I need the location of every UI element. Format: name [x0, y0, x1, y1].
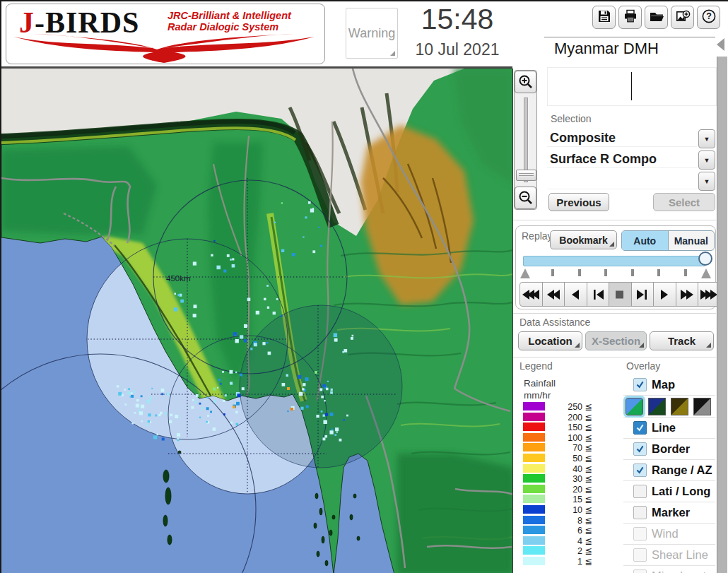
radar-map[interactable]: 450km — [1, 69, 513, 573]
rain-echo-cell — [155, 414, 157, 416]
dropdown-value[interactable] — [547, 171, 697, 189]
checkbox-checked[interactable] — [633, 378, 647, 391]
open-button[interactable] — [645, 6, 668, 29]
checkbox-disabled — [633, 527, 647, 540]
legend-color-swatch — [523, 536, 545, 545]
fast-rewind-button[interactable] — [519, 282, 543, 307]
map-style-black-gray[interactable] — [693, 398, 711, 415]
button-label: Location — [528, 335, 573, 347]
panel-scrollbar[interactable] — [717, 57, 727, 573]
dropdown-value[interactable]: Surface R Compo — [547, 150, 697, 168]
timeline-tick — [551, 269, 554, 276]
rain-echo-cell — [306, 405, 309, 408]
rain-echo-cell — [305, 377, 308, 381]
rain-echo-cell — [334, 434, 336, 436]
select-button[interactable]: Select — [653, 193, 715, 211]
step-back-button[interactable] — [587, 282, 610, 307]
rain-echo-cell — [192, 399, 194, 401]
manual-button[interactable]: Manual — [668, 231, 715, 250]
overlay-item-range-az[interactable]: Range / AZ — [623, 460, 715, 481]
timeline-track[interactable] — [523, 256, 705, 266]
overlay-item-lati-long[interactable]: Lati / Long — [623, 481, 715, 502]
overlay-item-marker[interactable]: Marker — [623, 502, 715, 524]
rewind-button[interactable] — [542, 282, 565, 307]
legend-color-swatch — [523, 526, 545, 534]
stepfwd-icon — [632, 288, 653, 302]
rain-echo-cell — [124, 389, 126, 391]
rain-echo-cell — [329, 430, 333, 434]
overlay-item-line[interactable]: Line — [623, 418, 715, 439]
overlay-item-wind[interactable]: Wind — [623, 524, 715, 545]
chevron-down-icon[interactable]: ▼ — [698, 150, 715, 170]
auto-button[interactable]: Auto — [622, 231, 668, 250]
rain-echo-cell — [312, 250, 315, 253]
legend-value: 100 ≦ — [547, 432, 592, 443]
rain-echo-cell — [127, 391, 130, 394]
map-style-navy-darkgreen[interactable] — [648, 398, 666, 415]
warning-label: Warning — [348, 26, 395, 41]
station-name: Myanmar DMH — [554, 40, 659, 58]
rain-echo-cell — [232, 258, 234, 260]
station-input[interactable] — [547, 67, 717, 106]
checkbox-unchecked[interactable] — [633, 506, 647, 519]
zoom-out-button[interactable] — [515, 187, 536, 209]
range-end-marker[interactable] — [701, 268, 711, 278]
header: J-BIRDS JRC-Brilliant & Intelligent Rada… — [1, 1, 537, 69]
rain-echo-cell — [136, 403, 139, 407]
chevron-down-icon[interactable]: ▼ — [698, 172, 715, 191]
step-forward-button[interactable] — [631, 282, 654, 307]
overlay-list: MapLineBorderRange / AZLati / LongMarker… — [623, 374, 715, 573]
print-button[interactable] — [618, 6, 642, 29]
stop-button[interactable] — [609, 282, 632, 307]
dropdown-value[interactable]: Composite — [547, 129, 697, 147]
submenu-corner-icon — [609, 242, 614, 247]
rain-echo-cell — [194, 401, 196, 403]
overlay-item-microburst[interactable]: Microburst — [623, 566, 715, 573]
rain-echo-cell — [148, 413, 151, 416]
x-section-button[interactable]: X-Section — [585, 331, 647, 350]
forward-button[interactable] — [676, 282, 699, 307]
legend-value: 4 ≦ — [547, 536, 592, 546]
warning-button[interactable]: Warning — [346, 8, 398, 59]
previous-button[interactable]: Previous — [548, 193, 609, 211]
bookmark-button[interactable]: Bookmark — [550, 230, 617, 249]
right-panel: ? Myanmar DMH Selection Composite▼Surfac… — [512, 1, 728, 573]
rain-echo-cell — [196, 394, 199, 397]
play-button[interactable] — [653, 282, 676, 307]
checkbox-unchecked[interactable] — [633, 485, 647, 498]
timeline-handle[interactable] — [698, 252, 712, 266]
overlay-item-map[interactable]: Map — [623, 374, 715, 396]
panel-collapse-icon[interactable] — [717, 38, 724, 51]
terrain-map: 450km — [1, 69, 512, 573]
track-button[interactable]: Track — [650, 331, 714, 350]
rain-echo-cell — [298, 375, 301, 379]
legend-color-swatch — [523, 474, 545, 483]
rain-echo-cell — [344, 349, 347, 353]
zoom-slider-handle[interactable] — [516, 170, 536, 181]
rain-echo-cell — [199, 417, 201, 418]
save-button[interactable] — [592, 6, 616, 29]
rain-echo-cell — [232, 264, 235, 268]
location-button[interactable]: Location — [518, 331, 582, 350]
rain-echo-cell — [237, 394, 240, 397]
rain-echo-cell — [230, 259, 232, 261]
rain-echo-cell — [292, 253, 295, 256]
checkbox-checked[interactable] — [633, 463, 647, 477]
play-reverse-button[interactable] — [564, 282, 587, 307]
checkbox-checked[interactable] — [633, 421, 647, 435]
add-image-button[interactable] — [671, 6, 694, 29]
help-button[interactable]: ? — [697, 6, 720, 29]
map-style-olive-gold[interactable] — [671, 398, 688, 415]
rain-echo-cell — [223, 270, 226, 273]
rain-echo-cell — [327, 381, 329, 382]
legend-value: 6 ≦ — [547, 525, 592, 536]
zoom-in-button[interactable] — [515, 71, 536, 93]
map-style-blue-green[interactable] — [626, 398, 643, 415]
overlay-item-border[interactable]: Border — [623, 439, 715, 460]
printer-icon — [623, 9, 638, 26]
chevron-down-icon[interactable]: ▼ — [698, 129, 715, 148]
range-start-marker[interactable] — [520, 268, 530, 278]
rain-echo-cell — [129, 396, 131, 398]
overlay-item-shear-line[interactable]: Shear Line — [623, 545, 715, 566]
checkbox-checked[interactable] — [633, 442, 647, 456]
